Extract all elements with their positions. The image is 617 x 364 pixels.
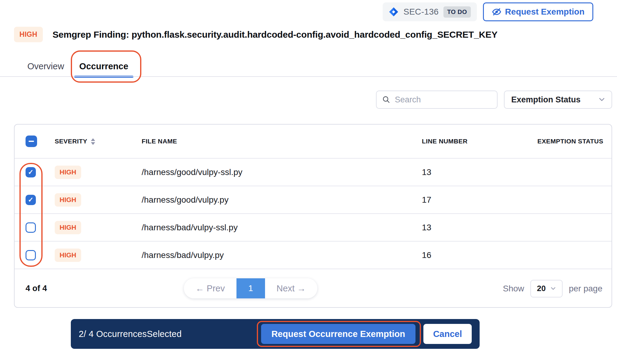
indeterminate-icon [29, 141, 34, 142]
page-size-value: 20 [537, 284, 546, 293]
column-header-file-name: FILE NAME [142, 137, 422, 146]
column-header-line-number: LINE NUMBER [422, 137, 537, 146]
title-row: HIGH Semgrep Finding: python.flask.secur… [14, 27, 498, 42]
show-label: Show [503, 284, 524, 294]
page-1-button[interactable]: 1 [236, 278, 265, 298]
check-icon: ✓ [28, 169, 33, 176]
row-checkbox[interactable]: ✓ [26, 222, 36, 233]
file-name-cell: /harness/bad/vulpy.py [142, 250, 422, 260]
table-row: ✓ HIGH /harness/good/vulpy.py 17 [15, 186, 612, 214]
selection-count-text: 2/ 4 OccurrencesSelected [79, 329, 181, 339]
request-occurrence-exemption-button[interactable]: Request Occurrence Exemption [261, 324, 415, 344]
pagination: ← Prev 1 Next → [184, 278, 317, 298]
row-checkbox[interactable]: ✓ [26, 167, 36, 177]
jira-issue-chip[interactable]: SEC-136 TO DO [383, 2, 477, 21]
selection-action-bar: 2/ 4 OccurrencesSelected Request Occurre… [71, 319, 480, 349]
row-checkbox[interactable]: ✓ [26, 195, 36, 205]
jira-issue-key: SEC-136 [403, 7, 439, 17]
prev-page-button[interactable]: ← Prev [184, 278, 236, 298]
table-body: ✓ HIGH /harness/good/vulpy-ssl.py 13 ✓ H… [15, 159, 612, 269]
severity-badge: HIGH [55, 193, 81, 207]
table-header-row: SEVERITY FILE NAME LINE NUMBER EXEMPTION… [15, 125, 612, 159]
chevron-down-icon [550, 287, 556, 290]
exemption-status-filter-label: Exemption Status [511, 95, 581, 105]
top-actions: SEC-136 TO DO Request Exemption [383, 2, 593, 21]
chevron-down-icon [599, 98, 605, 102]
severity-badge: HIGH [55, 166, 81, 179]
per-page-label: per page [569, 284, 602, 294]
line-number-cell: 17 [422, 195, 537, 205]
page-size-select[interactable]: 20 [530, 280, 563, 297]
search-box[interactable] [376, 91, 498, 109]
file-name-cell: /harness/good/vulpy-ssl.py [142, 167, 422, 177]
eye-off-icon [492, 7, 502, 17]
exemption-status-filter[interactable]: Exemption Status [504, 91, 612, 109]
tab-bar: Overview Occurrence [27, 60, 128, 78]
file-name-cell: /harness/good/vulpy.py [142, 195, 422, 205]
severity-badge: HIGH [55, 221, 81, 234]
file-name-cell: /harness/bad/vulpy-ssl.py [142, 223, 422, 232]
jira-icon [389, 7, 398, 17]
page-size-group: Show 20 per page [503, 280, 602, 297]
sort-icon[interactable] [91, 138, 95, 145]
line-number-cell: 13 [422, 223, 537, 232]
page-title: Semgrep Finding: python.flask.security.a… [53, 29, 498, 40]
severity-badge: HIGH [55, 249, 81, 262]
column-header-severity: SEVERITY [55, 137, 142, 146]
row-count: 4 of 4 [26, 284, 47, 293]
tabs-divider [0, 76, 617, 77]
tab-overview[interactable]: Overview [27, 60, 64, 78]
row-checkbox[interactable]: ✓ [26, 250, 36, 260]
check-icon: ✓ [28, 197, 33, 203]
column-header-exemption-status: EXEMPTION STATUS [537, 137, 604, 146]
request-exemption-label: Request Exemption [505, 7, 584, 17]
table-footer: 4 of 4 ← Prev 1 Next → Show 20 per page [15, 269, 612, 308]
next-page-button[interactable]: Next → [265, 278, 318, 298]
search-icon [382, 95, 391, 104]
line-number-cell: 13 [422, 167, 537, 177]
jira-status-badge: TO DO [443, 6, 471, 18]
severity-badge: HIGH [14, 27, 43, 42]
table-row: ✓ HIGH /harness/good/vulpy-ssl.py 13 [15, 159, 612, 186]
table-row: ✓ HIGH /harness/bad/vulpy-ssl.py 13 [15, 214, 612, 242]
tab-occurrence[interactable]: Occurrence [79, 60, 128, 78]
action-bar-buttons: Request Occurrence Exemption Cancel [261, 324, 472, 344]
search-input[interactable] [395, 95, 491, 105]
finding-detail-page: SEC-136 TO DO Request Exemption HIGH Sem… [0, 0, 617, 364]
occurrences-table: SEVERITY FILE NAME LINE NUMBER EXEMPTION… [14, 124, 612, 308]
cancel-button[interactable]: Cancel [423, 324, 472, 344]
line-number-cell: 16 [422, 250, 537, 260]
request-exemption-button[interactable]: Request Exemption [483, 2, 593, 21]
select-all-checkbox[interactable] [26, 136, 37, 147]
table-row: ✓ HIGH /harness/bad/vulpy.py 16 [15, 242, 612, 269]
